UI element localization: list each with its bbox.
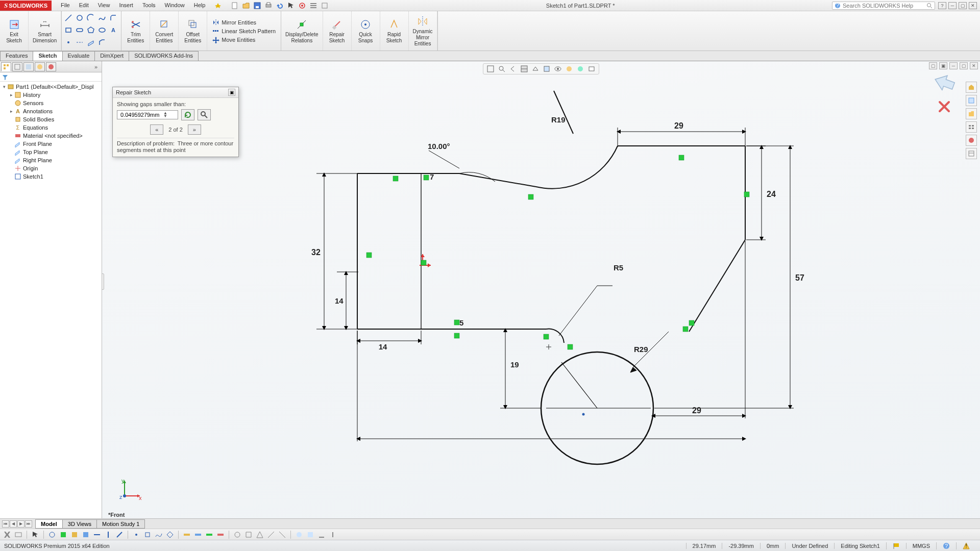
fm-tab-property[interactable] — [12, 62, 22, 71]
fm-expand-chevron[interactable]: » — [91, 63, 101, 71]
repair-dialog-close[interactable]: ▣ — [228, 89, 235, 96]
fillet-tool[interactable] — [109, 13, 118, 22]
tree-material[interactable]: Material <not specified> — [0, 132, 102, 140]
tab-nav-last[interactable]: ⏭ — [25, 520, 32, 528]
dim-57[interactable]: 57 — [795, 273, 804, 282]
bt-icon[interactable] — [115, 531, 124, 539]
open-icon[interactable] — [242, 2, 250, 10]
magnify-button[interactable] — [198, 109, 211, 120]
bt-icon[interactable] — [329, 531, 337, 539]
bt-icon[interactable] — [166, 531, 174, 539]
convert-entities-button[interactable]: Convert Entities — [150, 11, 179, 51]
trim-entities-button[interactable]: Trim Entities — [121, 11, 150, 51]
quick-snaps-button[interactable]: Quick Snaps — [352, 11, 380, 51]
bt-icon[interactable] — [216, 531, 225, 539]
linear-pattern[interactable]: Linear Sketch Pattern — [212, 28, 276, 35]
tree-equations[interactable]: ΣEquations — [0, 123, 102, 132]
dim-r5[interactable]: R5 — [614, 263, 623, 272]
spline-tool[interactable] — [97, 13, 107, 22]
taskpane-prop-icon[interactable] — [966, 148, 977, 159]
bt-select-icon[interactable] — [31, 531, 39, 539]
tree-sketch1[interactable]: Sketch1 — [0, 172, 102, 181]
mirror-entities[interactable]: Mirror Entities — [212, 19, 276, 26]
exit-sketch-button[interactable]: Exit Sketch — [0, 11, 29, 51]
bt-icon[interactable] — [93, 531, 101, 539]
display-delete-relations-button[interactable]: Display/Delete Relations — [281, 11, 323, 51]
next-problem-button[interactable]: » — [188, 124, 201, 135]
ellipse-tool[interactable] — [97, 26, 107, 35]
help-button[interactable]: ? — [938, 2, 946, 9]
help-search[interactable]: ? — [832, 2, 935, 10]
centerline-tool[interactable] — [75, 38, 84, 47]
status-help-icon[interactable]: ? — [936, 542, 956, 549]
status-flag-icon[interactable] — [886, 542, 906, 549]
circle-tool[interactable] — [75, 13, 84, 22]
tree-history[interactable]: ▸History — [0, 91, 102, 99]
options-icon[interactable] — [309, 2, 317, 10]
arc-tool[interactable] — [86, 13, 95, 22]
tab-evaluate[interactable]: Evaluate — [62, 51, 95, 61]
bt-icon[interactable] — [143, 531, 152, 539]
text-tool[interactable]: A — [109, 26, 118, 35]
tree-root[interactable]: ▾Part1 (Default<<Default>_Displ — [0, 83, 102, 91]
tree-sensors[interactable]: Sensors — [0, 99, 102, 107]
tab-features[interactable]: Features — [0, 51, 33, 61]
dim-top29[interactable]: 29 — [674, 121, 683, 130]
dim-32[interactable]: 32 — [311, 248, 321, 257]
settings-icon[interactable] — [321, 2, 329, 10]
menu-edit[interactable]: Edit — [75, 1, 93, 10]
dim-r19[interactable]: R19 — [551, 115, 566, 124]
smart-dimension-button[interactable]: ↔ Smart Dimension — [29, 11, 61, 51]
dim-angle[interactable]: 10.00° — [428, 142, 450, 151]
bt-icon[interactable] — [155, 531, 163, 539]
repair-sketch-button[interactable]: Repair Sketch — [323, 11, 352, 51]
rebuild-icon[interactable] — [298, 2, 306, 10]
dim-14v[interactable]: 14 — [335, 296, 344, 305]
taskpane-appear-icon[interactable] — [966, 135, 977, 146]
feature-tree[interactable]: ▾Part1 (Default<<Default>_Displ ▸History… — [0, 82, 102, 523]
taskpane-lib-icon[interactable] — [966, 95, 977, 106]
offset-entities-button[interactable]: Offset Entities — [179, 11, 207, 51]
bt-icon[interactable] — [317, 531, 326, 539]
dim-19[interactable]: 19 — [510, 360, 519, 369]
bt-icon[interactable] — [59, 531, 67, 539]
bt-icon[interactable] — [82, 531, 90, 539]
polygon-tool[interactable] — [86, 26, 95, 35]
dim-7a[interactable]: 7 — [430, 172, 434, 181]
dynamic-mirror-button[interactable]: Dynamic Mirror Entities — [409, 11, 437, 51]
bt-icon[interactable] — [295, 531, 303, 539]
new-icon[interactable] — [231, 2, 239, 10]
tab-nav-first[interactable]: ⏮ — [2, 520, 9, 528]
bt-icon[interactable] — [48, 531, 56, 539]
maximize-button[interactable]: ▢ — [959, 2, 967, 9]
status-units[interactable]: MMGS — [906, 543, 936, 549]
move-entities[interactable]: Move Entities — [212, 36, 276, 43]
dim-r29[interactable]: R29 — [634, 345, 648, 354]
save-icon[interactable] — [253, 2, 261, 10]
tree-top-plane[interactable]: Top Plane — [0, 148, 102, 156]
tab-nav-next[interactable]: ▶ — [17, 520, 24, 528]
fm-tab-config[interactable] — [23, 62, 34, 71]
dim-5[interactable]: 5 — [459, 318, 463, 327]
dim-14h[interactable]: 14 — [379, 342, 387, 351]
menu-window[interactable]: Window — [161, 1, 189, 10]
menu-file[interactable]: File — [57, 1, 74, 10]
gap-value-input[interactable] — [120, 112, 161, 118]
tab-sketch[interactable]: Sketch — [33, 51, 62, 61]
rapid-sketch-button[interactable]: Rapid Sketch — [380, 11, 409, 51]
refresh-button[interactable] — [181, 109, 194, 120]
bt-icon[interactable] — [233, 531, 241, 539]
menu-view[interactable]: View — [94, 1, 114, 10]
close-button[interactable]: ✕ — [969, 2, 977, 9]
search-input[interactable] — [843, 3, 924, 9]
slot-tool[interactable] — [75, 26, 84, 35]
menu-insert[interactable]: Insert — [115, 1, 137, 10]
line-tool[interactable] — [64, 13, 73, 22]
tab-nav-prev[interactable]: ◀ — [10, 520, 17, 528]
status-warn-icon[interactable]: ! — [956, 542, 976, 549]
fm-tab-tree[interactable] — [1, 62, 11, 71]
tree-right-plane[interactable]: Right Plane — [0, 156, 102, 164]
btab-model[interactable]: Model — [35, 519, 63, 529]
tree-solid-bodies[interactable]: Solid Bodies — [0, 115, 102, 123]
prev-problem-button[interactable]: « — [150, 124, 163, 135]
